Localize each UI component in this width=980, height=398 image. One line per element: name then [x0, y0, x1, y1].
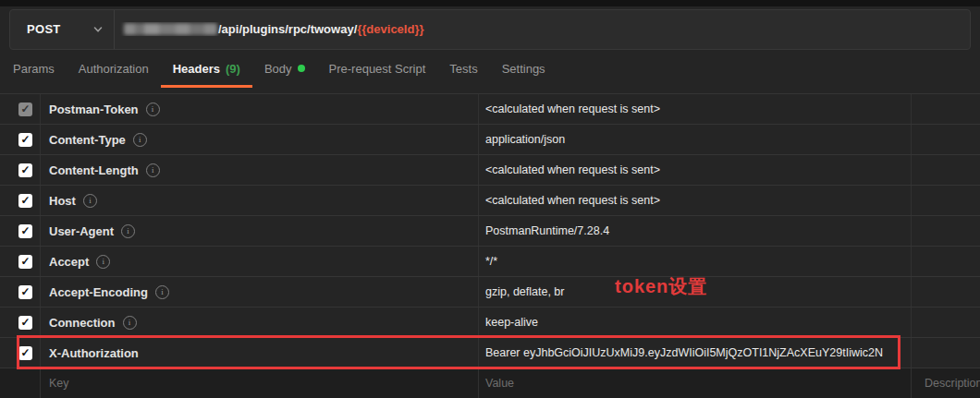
header-row-host: Host <calculated when request is sent> — [0, 186, 980, 216]
checkbox-checked[interactable] — [18, 194, 32, 208]
info-icon — [121, 224, 135, 238]
checkbox-checked[interactable] — [18, 224, 32, 238]
key-cell[interactable]: Content-Type — [40, 125, 478, 154]
value-cell[interactable]: application/json — [478, 125, 911, 154]
header-value: PostmanRuntime/7.28.4 — [485, 224, 609, 237]
header-row-content-type: Content-Type application/json — [0, 125, 980, 155]
key-cell[interactable]: X-Authorization — [40, 338, 478, 368]
tab-headers[interactable]: Headers (9) — [161, 52, 252, 88]
checkbox-cell — [0, 277, 40, 307]
checkbox-cell — [0, 186, 40, 215]
description-cell[interactable] — [911, 186, 980, 215]
header-value: gzip, deflate, br — [485, 285, 564, 298]
description-cell[interactable] — [911, 308, 980, 337]
tab-tests[interactable]: Tests — [437, 52, 489, 88]
checkbox-checked[interactable] — [18, 285, 32, 299]
header-key: Content-Length — [49, 163, 139, 177]
request-tabs: Params Authorization Headers (9) Body Pr… — [0, 52, 980, 88]
description-cell[interactable] — [911, 94, 980, 124]
header-value: <calculated when request is sent> — [485, 103, 660, 115]
window-top-strip — [0, 0, 980, 6]
header-key: Accept — [49, 255, 89, 269]
info-icon — [146, 103, 160, 116]
tab-params[interactable]: Params — [13, 52, 67, 88]
checkbox-checked[interactable] — [18, 133, 32, 147]
checkbox-cell — [0, 216, 40, 246]
checkbox-checked[interactable] — [18, 346, 32, 360]
value-cell[interactable]: <calculated when request is sent> — [478, 94, 911, 124]
postman-request-panel: { "request": { "method": "POST", "url_pa… — [0, 0, 980, 398]
key-cell[interactable]: Connection — [40, 308, 478, 337]
checkbox-cell — [0, 338, 40, 368]
value-cell[interactable]: <calculated when request is sent> — [478, 186, 911, 215]
tab-settings-label: Settings — [502, 62, 545, 76]
description-placeholder: Description — [925, 377, 980, 390]
header-key: User-Agent — [49, 224, 114, 238]
value-cell[interactable]: */* — [478, 247, 911, 276]
value-cell[interactable]: PostmanRuntime/7.28.4 — [478, 216, 911, 246]
value-input[interactable]: Value — [478, 368, 911, 398]
header-row-content-length: Content-Length <calculated when request … — [0, 155, 980, 186]
header-row-postman-token: Postman-Token <calculated when request i… — [0, 94, 980, 125]
url-variable-text: {{deviceId}} — [357, 22, 423, 36]
checkbox-cell — [0, 368, 40, 398]
url-input[interactable]: /api/plugins/rpc/twoway/ {{deviceId}} — [115, 22, 970, 36]
header-value: application/json — [485, 133, 565, 146]
key-cell[interactable]: Content-Length — [40, 155, 478, 185]
method-selector[interactable]: POST — [10, 10, 114, 49]
description-cell[interactable] — [911, 247, 980, 276]
headers-table: Postman-Token <calculated when request i… — [0, 93, 980, 398]
method-label: POST — [27, 22, 61, 36]
header-key: Accept-Encoding — [49, 285, 148, 299]
value-cell[interactable]: Bearer eyJhbGciOiJIUzUxMiJ9.eyJzdWIiOiI5… — [478, 338, 911, 368]
header-row-accept: Accept */* — [0, 247, 980, 277]
info-icon — [146, 163, 160, 177]
value-cell[interactable]: <calculated when request is sent> — [478, 155, 911, 185]
key-cell[interactable]: Accept — [40, 247, 478, 276]
description-cell[interactable] — [911, 125, 980, 154]
tab-pre-request-label: Pre-request Script — [329, 62, 426, 76]
url-path-text: /api/plugins/rpc/twoway/ — [218, 22, 357, 36]
key-input[interactable]: Key — [40, 368, 478, 398]
info-icon — [133, 133, 147, 147]
info-icon — [83, 194, 97, 208]
header-value: <calculated when request is sent> — [485, 194, 660, 207]
key-cell[interactable]: Accept-Encoding — [40, 277, 478, 307]
description-cell[interactable] — [911, 155, 980, 185]
description-cell[interactable] — [911, 216, 980, 246]
tab-headers-count: (9) — [226, 62, 240, 76]
description-input[interactable]: Description — [911, 368, 980, 398]
tab-headers-label: Headers — [173, 62, 220, 76]
tab-body[interactable]: Body — [252, 52, 317, 88]
key-cell[interactable]: Host — [40, 186, 478, 215]
key-cell[interactable]: Postman-Token — [40, 94, 478, 124]
value-cell[interactable]: gzip, deflate, br — [478, 277, 911, 307]
description-cell[interactable] — [911, 338, 980, 368]
checkbox-cell — [0, 247, 40, 276]
tab-pre-request-script[interactable]: Pre-request Script — [317, 52, 438, 88]
header-row-accept-encoding: Accept-Encoding gzip, deflate, br — [0, 277, 980, 308]
checkbox-cell — [0, 94, 40, 124]
checkbox-cell — [0, 125, 40, 154]
description-cell[interactable] — [911, 277, 980, 307]
new-header-row: Key Value Description — [0, 368, 980, 398]
checkbox-checked-disabled[interactable] — [18, 103, 32, 116]
value-placeholder: Value — [485, 377, 514, 390]
checkbox-cell — [0, 308, 40, 337]
key-placeholder: Key — [49, 377, 69, 390]
body-green-dot — [298, 65, 305, 72]
header-value: <calculated when request is sent> — [485, 163, 660, 176]
header-value-token: Bearer eyJhbGciOiJIUzUxMiJ9.eyJzdWIiOiI5… — [485, 346, 883, 359]
header-row-x-authorization: X-Authorization Bearer eyJhbGciOiJIUzUxM… — [0, 338, 980, 368]
request-url-bar: POST /api/plugins/rpc/twoway/ {{deviceId… — [9, 9, 971, 50]
checkbox-checked[interactable] — [18, 163, 32, 177]
tab-authorization[interactable]: Authorization — [67, 52, 161, 88]
value-cell[interactable]: keep-alive — [478, 308, 911, 337]
key-cell[interactable]: User-Agent — [40, 216, 478, 246]
chevron-down-icon — [93, 25, 103, 34]
checkbox-checked[interactable] — [18, 255, 32, 269]
info-icon — [155, 285, 169, 299]
tab-body-label: Body — [264, 62, 292, 76]
checkbox-checked[interactable] — [18, 316, 32, 330]
tab-settings[interactable]: Settings — [490, 52, 557, 88]
